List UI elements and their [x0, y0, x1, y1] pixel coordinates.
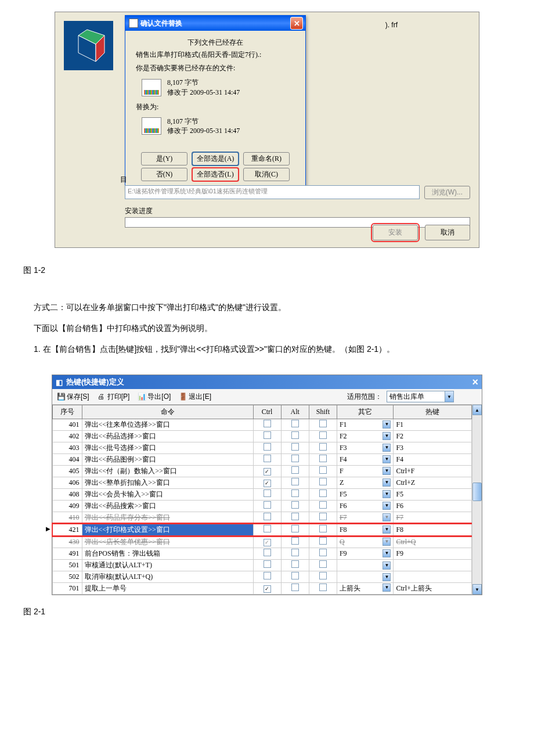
all-yes-button[interactable]: 全部选是(A) [192, 152, 239, 165]
scroll-up-icon[interactable]: ▲ [472, 405, 482, 415]
chevron-down-icon[interactable]: ▼ [383, 513, 391, 521]
table-row[interactable]: 410弹出<<药品库存分布>>窗口F7▼F7 [53, 512, 472, 524]
checkbox[interactable]: ✓ [264, 539, 271, 546]
table-row[interactable]: 404弹出<<药品图例>>窗口F4▼F4 [53, 454, 472, 466]
checkbox[interactable] [291, 420, 299, 427]
checkbox[interactable] [264, 501, 271, 509]
checkbox[interactable] [291, 501, 299, 509]
table-row[interactable]: 501审核通过(默认ALT+T)▼ [53, 560, 472, 571]
checkbox[interactable] [264, 560, 271, 568]
scroll-thumb[interactable] [472, 483, 482, 501]
print-icon: 🖨 [98, 393, 106, 401]
file-icon [142, 117, 161, 135]
checkbox[interactable] [291, 455, 299, 462]
checkbox[interactable] [291, 537, 299, 545]
checkbox[interactable] [319, 466, 327, 474]
export-button[interactable]: 📊 导出[O] [138, 392, 171, 402]
table-row[interactable]: 701提取上一单号✓上箭头▼Ctrl+上箭头 [53, 583, 472, 595]
checkbox[interactable] [264, 525, 271, 532]
chevron-down-icon[interactable]: ▼ [383, 573, 391, 581]
checkbox[interactable] [319, 584, 327, 591]
rename-button[interactable]: 重命名(R) [243, 152, 290, 165]
checkbox[interactable] [319, 501, 327, 509]
checkbox[interactable] [319, 560, 327, 568]
close-icon[interactable]: ✕ [290, 17, 303, 30]
chevron-down-icon[interactable]: ▼ [383, 538, 391, 546]
checkbox[interactable]: ✓ [264, 468, 271, 476]
table-row[interactable]: 406弹出<<整单折扣输入>>窗口✓Z▼Ctrl+Z [53, 477, 472, 489]
chevron-down-icon[interactable]: ▼ [383, 420, 391, 429]
browse-button[interactable]: 浏览(W)... [424, 186, 470, 199]
chevron-down-icon[interactable]: ▼ [383, 584, 391, 592]
chevron-down-icon[interactable]: ▼ [383, 478, 391, 487]
table-row[interactable]: 405弹出<<付（副）数输入>>窗口✓F▼Ctrl+F [53, 466, 472, 477]
table-row[interactable]: 408弹出<<会员卡输入>>窗口F5▼F5 [53, 489, 472, 501]
table-row[interactable]: 430弹出<<店长签单优惠>>窗口✓Q▼Ctrl+Q [53, 536, 472, 548]
checkbox[interactable] [319, 455, 327, 462]
checkbox[interactable] [319, 525, 327, 532]
save-icon: 💾 [57, 393, 65, 401]
table-row[interactable]: 421▶弹出<<打印格式设置>>窗口F8▼F8 [53, 524, 472, 536]
checkbox[interactable] [291, 431, 299, 439]
checkbox[interactable]: ✓ [264, 585, 271, 593]
chevron-down-icon[interactable]: ▼ [383, 561, 391, 570]
checkbox[interactable] [291, 489, 299, 497]
checkbox[interactable] [291, 466, 299, 474]
checkbox[interactable] [319, 431, 327, 439]
chevron-down-icon[interactable]: ▼ [383, 549, 391, 557]
checkbox[interactable] [264, 513, 271, 520]
checkbox[interactable] [291, 584, 299, 591]
installer-window: ). frf 确认文件替换 ✕ 下列文件已经存在 销售出库单打印格式(岳阳天香-… [55, 12, 479, 248]
checkbox[interactable] [319, 537, 327, 545]
chevron-down-icon[interactable]: ▼ [383, 455, 391, 463]
file2-size: 8,107 字节 [167, 117, 240, 127]
checkbox[interactable] [291, 513, 299, 520]
checkbox[interactable] [319, 443, 327, 451]
table-row[interactable]: 401弹出<<往来单位选择>>窗口F1▼F1 [53, 419, 472, 431]
scope-select[interactable]: 销售出库单 ▼ [387, 391, 454, 402]
close-icon[interactable]: × [472, 376, 478, 388]
install-path-input[interactable]: E:\速拓软件管理系统\经典版\01速拓医药连锁管理 [125, 185, 420, 199]
table-row[interactable]: 491前台POS销售：弹出钱箱F9▼F9 [53, 548, 472, 560]
checkbox[interactable] [264, 420, 271, 427]
exit-button[interactable]: 🚪 退出[E] [179, 392, 211, 402]
checkbox[interactable] [291, 525, 299, 532]
file-icon [142, 79, 161, 96]
yes-button[interactable]: 是(Y) [141, 152, 187, 165]
checkbox[interactable] [264, 549, 271, 556]
checkbox[interactable] [291, 443, 299, 451]
checkbox[interactable] [264, 572, 271, 579]
body-text: 方式二：可以在业务单据窗口中按下"弹出打印格式"的热键"进行设置。 下面以【前台… [17, 299, 517, 357]
checkbox[interactable] [291, 560, 299, 568]
vertical-scrollbar[interactable]: ▲ ▼ [472, 405, 482, 595]
checkbox[interactable] [319, 513, 327, 520]
checkbox[interactable] [319, 572, 327, 579]
install-button[interactable]: 安装 [373, 225, 418, 240]
print-button[interactable]: 🖨 打印[P] [98, 392, 130, 402]
checkbox[interactable] [291, 549, 299, 556]
checkbox[interactable] [264, 455, 271, 462]
checkbox[interactable] [264, 489, 271, 497]
checkbox[interactable] [264, 431, 271, 439]
checkbox[interactable] [291, 478, 299, 485]
chevron-down-icon[interactable]: ▼ [383, 432, 391, 440]
checkbox[interactable] [319, 420, 327, 427]
checkbox[interactable] [319, 478, 327, 485]
chevron-down-icon[interactable]: ▼ [383, 444, 391, 452]
scroll-down-icon[interactable]: ▼ [472, 584, 482, 595]
checkbox[interactable] [264, 443, 271, 451]
checkbox[interactable] [319, 489, 327, 497]
cancel-install-button[interactable]: 取消 [425, 225, 470, 240]
checkbox[interactable] [319, 549, 327, 556]
chevron-down-icon[interactable]: ▼ [383, 525, 391, 534]
chevron-down-icon[interactable]: ▼ [383, 467, 391, 475]
chevron-down-icon[interactable]: ▼ [383, 490, 391, 498]
chevron-down-icon[interactable]: ▼ [383, 502, 391, 510]
checkbox[interactable]: ✓ [264, 480, 271, 487]
checkbox[interactable] [291, 572, 299, 579]
save-button[interactable]: 💾 保存[S] [57, 392, 89, 402]
table-row[interactable]: 502取消审核(默认ALT+Q)▼ [53, 571, 472, 583]
table-row[interactable]: 402弹出<<药品选择>>窗口F2▼F2 [53, 431, 472, 442]
table-row[interactable]: 403弹出<<批号选择>>窗口F3▼F3 [53, 442, 472, 454]
table-row[interactable]: 409弹出<<药品搜索>>窗口F6▼F6 [53, 501, 472, 512]
